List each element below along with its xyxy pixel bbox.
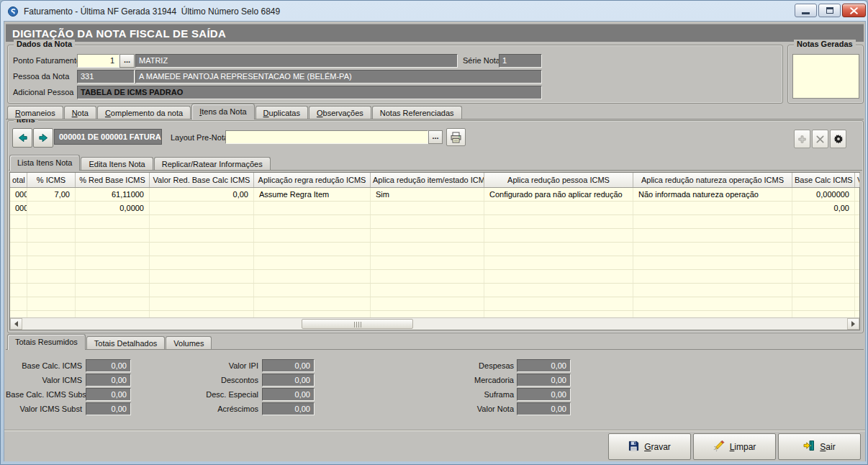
column-header-aplica-reducao-natureza-operacao-icms[interactable]: Aplica redução natureza operação ICMS xyxy=(633,173,792,187)
close-button[interactable] xyxy=(842,4,866,17)
cell-valor-red-base-calc-icms xyxy=(150,297,254,310)
tab-romaneios[interactable]: Romaneios xyxy=(7,106,63,119)
tab-duplicatas[interactable]: Duplicatas xyxy=(256,106,308,119)
column-header-icms[interactable]: % ICMS xyxy=(27,173,76,187)
cell-aplicacao-regra-reducao-icms xyxy=(254,297,371,310)
ponto-faturamento-browse-button[interactable]: ... xyxy=(119,54,135,68)
pessoa-da-nota-code: 331 xyxy=(77,70,135,83)
cell-valor-red-base-calc-icms xyxy=(150,270,254,283)
previous-item-button[interactable] xyxy=(12,128,32,148)
cell-aplicacao-regra-reducao-icms xyxy=(254,229,371,242)
cell-aplica-reducao-natureza-operacao-icms xyxy=(633,215,792,228)
ponto-faturamento-description: MATRIZ xyxy=(135,54,458,68)
main-tab-divider xyxy=(6,119,864,119)
sair-button-label: Sair xyxy=(820,442,835,452)
gravar-button[interactable]: Gravar xyxy=(608,433,691,460)
cell-icms xyxy=(27,297,76,310)
clean-icon xyxy=(713,440,725,453)
cell-red-base-icms xyxy=(76,256,150,269)
cell-red-base-icms xyxy=(76,297,150,310)
cell-aplicacao-regra-reducao-icms xyxy=(254,202,371,215)
column-header-otal[interactable]: otal xyxy=(10,173,27,187)
app-window: Faturamento - Última NF Gerada 31944 Últ… xyxy=(0,0,868,465)
column-header-valor-red-base-calc-icms[interactable]: Valor Red. Base Calc ICMS xyxy=(150,173,254,187)
scroll-right-icon xyxy=(851,321,855,327)
limpar-button[interactable]: Limpar xyxy=(693,433,776,460)
layout-pre-nota-browse-button[interactable]: ... xyxy=(428,130,443,144)
scroll-right-button[interactable] xyxy=(847,318,859,330)
ponto-faturamento-label: Ponto Faturamento xyxy=(13,54,81,68)
notas-geradas-list[interactable] xyxy=(792,54,859,99)
tab-itens-da-nota[interactable]: Itens da Nota xyxy=(191,104,254,119)
table-row[interactable]: 0007,0061,110000,00Assume Regra ItemSimC… xyxy=(10,188,859,202)
column-header-red-base-icms[interactable]: % Red Base ICMS xyxy=(76,173,150,187)
plus-icon xyxy=(797,135,807,144)
sub-tab-replicar-ratear-informacoes[interactable]: Replicar/Ratear Informações xyxy=(154,157,271,171)
totais-field-mercadoria: 0,00 xyxy=(517,374,571,387)
scrollbar-grip-icon xyxy=(354,322,362,328)
scrollbar-thumb[interactable] xyxy=(302,319,413,329)
maximize-button[interactable] xyxy=(818,4,841,17)
x-icon xyxy=(815,135,825,144)
totais-label-despesas: Despesas xyxy=(356,359,514,372)
cell-aplica-reducao-natureza-operacao-icms xyxy=(633,202,792,215)
cell-aplica-reducao-pessoa-icms xyxy=(484,215,633,228)
cell-base-calc-icms: 0,000000 xyxy=(792,188,855,201)
next-item-button[interactable] xyxy=(33,128,53,148)
table-row[interactable]: 0000,00000,00 xyxy=(10,202,859,215)
cell-v xyxy=(855,284,859,297)
cell-red-base-icms xyxy=(76,229,150,242)
tab-observacoes[interactable]: Observações xyxy=(309,106,371,119)
settings-button[interactable] xyxy=(830,130,846,148)
scroll-left-icon xyxy=(14,321,18,327)
column-header-aplicacao-regra-reducao-icms[interactable]: Aplicação regra redução ICMS xyxy=(254,173,371,187)
totais-label-suframa: Suframa xyxy=(356,388,514,401)
totais-field-valor-nota: 0,00 xyxy=(517,402,571,415)
cell-icms xyxy=(27,202,76,215)
layout-pre-nota-input[interactable] xyxy=(225,130,428,144)
cell-aplica-reducao-natureza-operacao-icms xyxy=(633,297,792,310)
totais-label-mercadoria: Mercadoria xyxy=(356,374,514,387)
cell-base-calc-icms xyxy=(792,270,855,283)
minimize-button[interactable] xyxy=(795,4,817,17)
totais-label-base-calc-icms: Base Calc. ICMS xyxy=(6,359,82,372)
itens-grid: otal% ICMS% Red Base ICMSValor Red. Base… xyxy=(9,172,860,330)
cell-base-calc-icms: 0,00 xyxy=(792,202,855,215)
cell-icms xyxy=(27,270,76,283)
totais-label-valor-icms: Valor ICMS xyxy=(6,374,82,387)
title-bar[interactable]: Faturamento - Última NF Gerada 31944 Últ… xyxy=(4,2,866,21)
sair-button[interactable]: Sair xyxy=(778,433,861,460)
table-row-empty xyxy=(10,297,859,311)
tab-notas-referenciadas[interactable]: Notas Referenciadas xyxy=(372,106,462,119)
cell-v xyxy=(855,256,859,269)
column-header-base-calc-icms[interactable]: Base Calc ICMS xyxy=(792,173,855,187)
delete-item-button[interactable] xyxy=(812,130,828,148)
totais-tab-totais-resumidos[interactable]: Totais Resumidos xyxy=(7,334,86,350)
notas-geradas-group-title: Notas Geradas xyxy=(794,40,856,48)
tab-nota[interactable]: Nota xyxy=(64,106,96,119)
cell-v xyxy=(855,243,859,256)
tab-complemento-da-nota[interactable]: Complemento da nota xyxy=(97,106,191,119)
totais-field-desc-especial: 0,00 xyxy=(262,388,315,401)
cell-aplica-reducao-pessoa-icms xyxy=(484,270,633,283)
column-header-v[interactable]: V xyxy=(855,173,860,187)
cell-aplica-reducao-natureza-operacao-icms xyxy=(633,284,792,297)
totais-tab-totais-detalhados[interactable]: Totais Detalhados xyxy=(86,336,165,350)
cell-base-calc-icms xyxy=(792,215,855,228)
cell-aplicacao-regra-reducao-icms xyxy=(254,256,371,269)
horizontal-scrollbar[interactable] xyxy=(10,317,859,330)
totais-tab-volumes[interactable]: Volumes xyxy=(166,336,212,350)
totais-label-valor-nota: Valor Nota xyxy=(356,402,514,415)
column-header-aplica-reducao-pessoa-icms[interactable]: Aplica redução pessoa ICMS xyxy=(484,173,633,187)
add-item-button[interactable] xyxy=(794,130,810,148)
cell-v xyxy=(855,229,859,242)
sub-tab-edita-itens-nota[interactable]: Edita Itens Nota xyxy=(81,157,153,171)
print-button[interactable] xyxy=(446,128,466,146)
cell-valor-red-base-calc-icms xyxy=(150,215,254,228)
ponto-faturamento-input[interactable]: 1 xyxy=(77,54,119,68)
column-header-aplica-reducao-item-estado-icms[interactable]: Aplica redução item/estado ICMS xyxy=(371,173,484,187)
cell-valor-red-base-calc-icms xyxy=(150,284,254,297)
cell-aplica-reducao-natureza-operacao-icms xyxy=(633,229,792,242)
scroll-left-button[interactable] xyxy=(10,318,22,330)
sub-tab-lista-itens-nota[interactable]: Lista Itens Nota xyxy=(9,155,80,171)
